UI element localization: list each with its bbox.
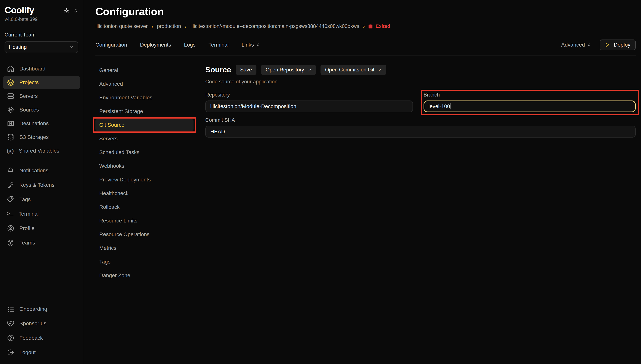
deploy-label: Deploy xyxy=(614,42,630,48)
terminal-icon: >_ xyxy=(7,211,14,217)
subnav-item-environment-variables[interactable]: Environment Variables xyxy=(96,92,194,103)
deploy-button[interactable]: Deploy xyxy=(600,40,636,50)
database-icon xyxy=(7,133,15,141)
commit-sha-label: Commit SHA xyxy=(205,117,636,123)
brand-chevrons-icon[interactable] xyxy=(73,8,78,14)
sidebar-item-servers[interactable]: Servers xyxy=(3,90,80,103)
open-commits-label: Open Commits on Git xyxy=(325,67,374,73)
branch-input[interactable]: level-100 xyxy=(423,100,636,112)
app-version: v4.0.0-beta.399 xyxy=(5,16,78,22)
tab-divider xyxy=(96,55,636,56)
subnav-item-healthcheck[interactable]: Healthcheck xyxy=(96,188,194,199)
sidebar-item-projects[interactable]: Projects xyxy=(3,76,80,89)
key-icon xyxy=(7,181,15,189)
sidebar-footer: Onboarding Sponsor us Feedback Logout xyxy=(5,302,78,360)
sidebar-item-label: Teams xyxy=(20,240,35,246)
sidebar-item-destinations[interactable]: Destinations xyxy=(3,117,80,130)
sidebar-item-label: Dashboard xyxy=(20,66,46,72)
brand-row: Coolify xyxy=(5,5,78,16)
subnav-item-git-source[interactable]: Git Source xyxy=(96,119,194,131)
sidebar-item-notifications[interactable]: Notifications xyxy=(3,164,80,177)
status-label: Exited xyxy=(375,23,390,29)
subnav-item-git-source-label: Git Source xyxy=(99,122,124,128)
sidebar-item-shared-variables[interactable]: (x) Shared Variables xyxy=(3,144,80,158)
layers-icon xyxy=(7,79,15,86)
theme-toggle-sun-icon[interactable] xyxy=(63,7,70,14)
current-team-label: Current Team xyxy=(5,32,78,38)
subnav-item-scheduled-tasks[interactable]: Scheduled Tasks xyxy=(96,147,194,158)
sidebar: Coolify v4.0.0-beta.399 Current Team Hos… xyxy=(0,0,83,364)
sidebar-item-profile[interactable]: Profile xyxy=(3,222,80,235)
sidebar-item-terminal[interactable]: >_ Terminal xyxy=(3,207,80,220)
subnav-item-tags[interactable]: Tags xyxy=(96,256,194,268)
sidebar-item-label: Notifications xyxy=(20,168,49,174)
sidebar-nav: Dashboard Projects Servers Sources Desti… xyxy=(5,62,78,250)
sidebar-item-sources[interactable]: Sources xyxy=(3,103,80,116)
sidebar-item-tags[interactable]: Tags xyxy=(3,193,80,206)
subnav-item-danger-zone[interactable]: Danger Zone xyxy=(96,270,194,281)
subnav-item-metrics[interactable]: Metrics xyxy=(96,242,194,254)
sidebar-item-label: Feedback xyxy=(20,335,43,341)
subnav-item-resource-operations[interactable]: Resource Operations xyxy=(96,229,194,240)
tab-configuration[interactable]: Configuration xyxy=(96,42,127,48)
source-section-title: Source xyxy=(205,66,231,74)
sidebar-item-keys-tokens[interactable]: Keys & Tokens xyxy=(3,178,80,192)
chevron-right-icon: › xyxy=(185,24,187,29)
repository-input[interactable]: illicitestonion/Module-Decomposition xyxy=(205,100,413,112)
play-icon xyxy=(604,42,610,48)
breadcrumb-environment[interactable]: production xyxy=(157,23,181,29)
subnav-item-webhooks[interactable]: Webhooks xyxy=(96,160,194,172)
sidebar-item-label: Keys & Tokens xyxy=(20,182,55,188)
sidebar-item-onboarding[interactable]: Onboarding xyxy=(3,302,80,316)
branch-value: level-100 xyxy=(428,103,450,110)
chevron-right-icon: › xyxy=(152,24,153,29)
sidebar-item-label: Shared Variables xyxy=(19,148,59,154)
subnav-item-persistent-storage[interactable]: Persistent Storage xyxy=(96,106,194,117)
advanced-label: Advanced xyxy=(561,42,585,48)
variables-icon: (x) xyxy=(7,148,14,154)
repository-value: illicitestonion/Module-Decomposition xyxy=(210,103,296,110)
app-logo: Coolify xyxy=(5,5,34,16)
sidebar-item-s3-storages[interactable]: S3 Storages xyxy=(3,130,80,144)
team-select[interactable]: Hosting xyxy=(5,41,78,53)
subnav-item-servers[interactable]: Servers xyxy=(96,133,194,144)
save-button[interactable]: Save xyxy=(236,64,257,75)
breadcrumb-project[interactable]: illicitonion quote server xyxy=(96,23,148,29)
advanced-toggle[interactable]: Advanced xyxy=(561,42,591,48)
breadcrumb: illicitonion quote server › production ›… xyxy=(96,23,636,29)
sidebar-item-dashboard[interactable]: Dashboard xyxy=(3,62,80,76)
server-icon xyxy=(7,92,15,100)
sidebar-item-teams[interactable]: Teams xyxy=(3,236,80,250)
repository-label: Repository xyxy=(205,92,413,98)
help-icon xyxy=(7,334,15,342)
tab-links[interactable]: Links xyxy=(242,42,260,48)
subnav-item-resource-limits[interactable]: Resource Limits xyxy=(96,215,194,226)
subnav-item-preview-deployments[interactable]: Preview Deployments xyxy=(96,174,194,186)
branch-field-group: Branch level-100 xyxy=(423,92,636,112)
home-icon xyxy=(7,65,15,72)
page-title: Configuration xyxy=(96,5,636,18)
status-dot-icon xyxy=(369,24,372,28)
open-repository-button[interactable]: Open Repository ↗ xyxy=(261,64,316,75)
breadcrumb-application[interactable]: illicitestonion/-module--decomposition:m… xyxy=(190,23,359,29)
subnav-item-rollback[interactable]: Rollback xyxy=(96,202,194,213)
commit-sha-value: HEAD xyxy=(210,128,225,135)
open-commits-button[interactable]: Open Commits on Git ↗ xyxy=(321,64,386,75)
subnav-item-general[interactable]: General xyxy=(96,64,194,76)
sidebar-item-sponsor[interactable]: Sponsor us xyxy=(3,317,80,330)
external-link-icon: ↗ xyxy=(378,67,381,72)
chevron-right-icon: › xyxy=(363,24,365,29)
map-icon xyxy=(7,120,15,127)
subnav-item-advanced[interactable]: Advanced xyxy=(96,78,194,90)
chevron-down-icon xyxy=(69,44,74,50)
sidebar-item-logout[interactable]: Logout xyxy=(3,346,80,359)
tab-terminal[interactable]: Terminal xyxy=(209,42,229,48)
git-source-icon xyxy=(7,106,15,114)
tab-deployments[interactable]: Deployments xyxy=(140,42,171,48)
commit-sha-input[interactable]: HEAD xyxy=(205,126,636,138)
app-root: Coolify v4.0.0-beta.399 Current Team Hos… xyxy=(0,0,641,364)
sidebar-item-label: Projects xyxy=(20,80,39,86)
sidebar-item-feedback[interactable]: Feedback xyxy=(3,331,80,344)
sidebar-nav-group-2: Notifications Keys & Tokens Tags >_ Term… xyxy=(5,164,78,250)
tab-logs[interactable]: Logs xyxy=(184,42,196,48)
